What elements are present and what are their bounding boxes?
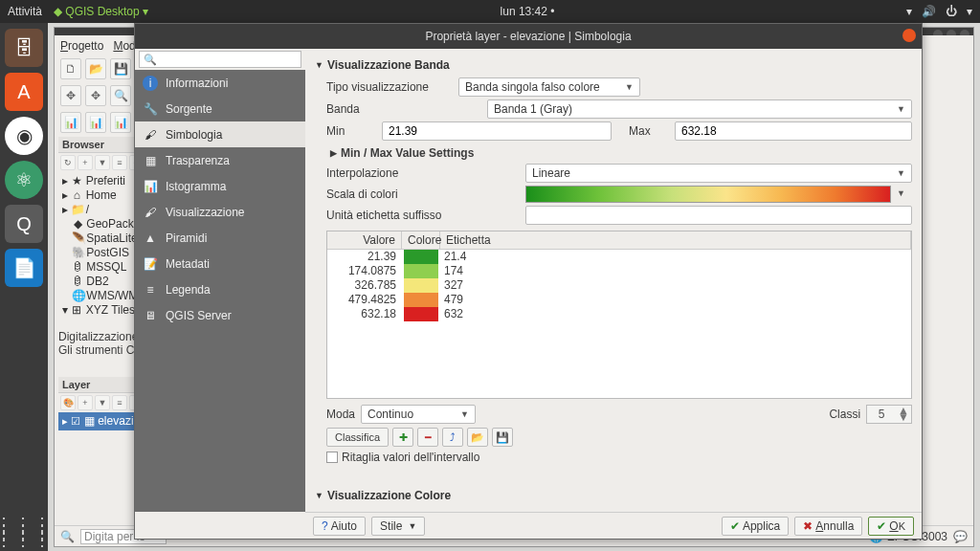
browser-collapse-button[interactable]: ≡ xyxy=(112,155,127,170)
sidebar-item-sorgente[interactable]: 🔧Sorgente xyxy=(135,96,305,121)
save-project-button[interactable]: 💾 xyxy=(110,58,131,79)
clock[interactable]: lun 13:42 • xyxy=(501,5,555,18)
aiuto-button[interactable]: ?Aiuto xyxy=(313,517,366,536)
app-menu[interactable]: ◆ QGIS Desktop ▾ xyxy=(54,5,148,18)
gnome-topbar: Attività ◆ QGIS Desktop ▾ lun 13:42 • ▾ … xyxy=(0,0,980,23)
dock-libreoffice[interactable]: 📄 xyxy=(5,249,43,287)
vector-button-3[interactable]: 📊 xyxy=(110,112,131,133)
interpolazione-label: Interpolazione xyxy=(326,166,518,180)
sidebar-item-trasparenza[interactable]: ▦Trasparenza xyxy=(135,147,305,173)
open-project-button[interactable]: 📂 xyxy=(85,58,106,79)
dock-qgis[interactable]: Q xyxy=(5,205,43,243)
messages-button[interactable]: 💬 xyxy=(953,530,968,543)
ok-button[interactable]: ✔OK xyxy=(868,517,914,536)
remove-class-button[interactable]: ━ xyxy=(417,428,438,447)
col-colore[interactable]: Colore xyxy=(402,231,440,249)
table-row[interactable]: 174.0875174 xyxy=(327,264,911,278)
tipo-visualizzazione-combo[interactable]: Banda singola falso colore▼ xyxy=(458,77,640,97)
layer-properties-dialog: Proprietà layer - elevazione | Simbologi… xyxy=(134,23,923,540)
col-etichetta[interactable]: Etichetta xyxy=(440,231,911,249)
section-visualizzazione-banda[interactable]: ▼Visualizzazione Banda xyxy=(315,58,912,72)
table-row[interactable]: 326.785327 xyxy=(327,278,911,293)
max-input[interactable] xyxy=(675,121,912,141)
annulla-button[interactable]: ✖Annulla xyxy=(794,517,862,536)
browser-add-button[interactable]: + xyxy=(78,155,93,170)
dialog-main: ▼Visualizzazione Banda Tipo visualizzazi… xyxy=(305,49,922,512)
load-ramp-button[interactable]: ⤴ xyxy=(442,428,463,447)
dialog-close-button[interactable] xyxy=(902,29,916,42)
table-row[interactable]: 479.4825479 xyxy=(327,293,911,307)
table-row[interactable]: 632.18632 xyxy=(327,307,911,321)
moda-label: Moda xyxy=(326,408,355,421)
classi-spinbox[interactable]: ▲▼ xyxy=(866,405,912,424)
max-label: Max xyxy=(629,124,667,138)
interpolazione-combo[interactable]: Lineare▼ xyxy=(525,164,912,183)
table-row[interactable]: 21.3921.4 xyxy=(327,250,911,264)
network-icon[interactable]: ▾ xyxy=(906,5,912,18)
sidebar-item-informazioni[interactable]: iInformazioni xyxy=(135,70,305,96)
sidebar-item-qgis-server[interactable]: 🖥QGIS Server xyxy=(135,302,305,328)
scala-colori-label: Scala di colori xyxy=(326,187,518,201)
col-valore[interactable]: Valore xyxy=(327,231,402,249)
banda-combo[interactable]: Banda 1 (Gray)▼ xyxy=(487,99,912,119)
new-project-button[interactable]: 🗋 xyxy=(60,58,81,79)
tipo-visualizzazione-label: Tipo visualizzazione xyxy=(326,80,451,94)
dialog-button-bar: ?Aiuto Stile ▼ ✔Applica ✖Annulla ✔OK xyxy=(305,512,922,539)
sidebar-item-legenda[interactable]: ≡Legenda xyxy=(135,276,305,302)
add-class-button[interactable]: ✚ xyxy=(392,428,413,447)
ubuntu-dock: 🗄 A ◉ ⚛ Q 📄 ⋮⋮⋮⋮⋮⋮⋮⋮⋮ xyxy=(0,23,48,551)
dock-atom[interactable]: ⚛ xyxy=(5,161,43,199)
sidebar-item-metadati[interactable]: 📝Metadati xyxy=(135,251,305,276)
dialog-search-input[interactable]: 🔍 xyxy=(139,51,301,68)
dropdown-icon[interactable]: ▾ xyxy=(967,5,972,18)
minmax-settings-header[interactable]: ▶Min / Max Value Settings xyxy=(330,146,912,160)
layers-add-button[interactable]: + xyxy=(78,395,93,410)
vector-button[interactable]: 📊 xyxy=(60,112,81,133)
sidebar-item-visualizzazione[interactable]: 🖌Visualizzazione xyxy=(135,199,305,225)
volume-icon[interactable]: 🔊 xyxy=(922,5,936,18)
sidebar-item-simbologia[interactable]: 🖌Simbologia xyxy=(135,121,305,147)
section-visualizzazione-colore[interactable]: ▼Visualizzazione Colore xyxy=(315,489,912,502)
pan-button[interactable]: ✥ xyxy=(60,85,81,106)
clip-values-checkbox[interactable]: Ritaglia valori dell'intervallo xyxy=(326,451,912,464)
min-input[interactable] xyxy=(382,121,612,141)
unita-input[interactable] xyxy=(525,206,912,225)
dock-files[interactable]: 🗄 xyxy=(5,29,43,67)
menu-progetto[interactable]: Progetto xyxy=(60,39,103,53)
zoom-in-button[interactable]: 🔍 xyxy=(110,85,131,106)
browser-filter-button[interactable]: ▼ xyxy=(95,155,110,170)
sidebar-item-istogramma[interactable]: 📊Istogramma xyxy=(135,173,305,199)
browser-refresh-button[interactable]: ↻ xyxy=(60,155,76,170)
power-icon[interactable]: ⏻ xyxy=(946,5,957,18)
activities-button[interactable]: Attività xyxy=(8,5,42,18)
applica-button[interactable]: ✔Applica xyxy=(722,517,789,536)
unita-label: Unità etichetta suffisso xyxy=(326,209,518,222)
vector-button-2[interactable]: 📊 xyxy=(85,112,106,133)
classifica-button[interactable]: Classifica xyxy=(326,428,389,447)
save-ramp-button[interactable]: 💾 xyxy=(492,428,513,447)
layers-style-button[interactable]: 🎨 xyxy=(60,395,76,410)
dialog-title: Proprietà layer - elevazione | Simbologi… xyxy=(425,30,631,43)
classi-label: Classi xyxy=(829,408,860,421)
min-label: Min xyxy=(326,124,374,138)
layers-filter-button[interactable]: ▼ xyxy=(95,395,110,410)
layers-expand-button[interactable]: ≡ xyxy=(112,395,127,410)
pan-selection-button[interactable]: ✥ xyxy=(85,85,106,106)
dialog-titlebar[interactable]: Proprietà layer - elevazione | Simbologi… xyxy=(135,24,922,49)
sidebar-item-piramidi[interactable]: ▲Piramidi xyxy=(135,225,305,251)
dock-software[interactable]: A xyxy=(5,73,43,111)
color-ramp-button[interactable]: ▼ xyxy=(525,186,891,203)
dock-apps-grid[interactable]: ⋮⋮⋮⋮⋮⋮⋮⋮⋮ xyxy=(0,520,53,543)
toolbar-vector: 📊 📊 📊 xyxy=(60,110,131,135)
stile-button[interactable]: Stile ▼ xyxy=(371,517,425,536)
dialog-sidebar: iInformazioni 🔧Sorgente 🖌Simbologia ▦Tra… xyxy=(135,70,305,512)
open-folder-button[interactable]: 📂 xyxy=(467,428,488,447)
dock-chrome[interactable]: ◉ xyxy=(5,117,43,155)
moda-combo[interactable]: Continuo▼ xyxy=(361,405,476,424)
banda-label: Banda xyxy=(326,102,479,116)
color-table[interactable]: Valore Colore Etichetta 21.3921.4174.087… xyxy=(326,231,912,399)
